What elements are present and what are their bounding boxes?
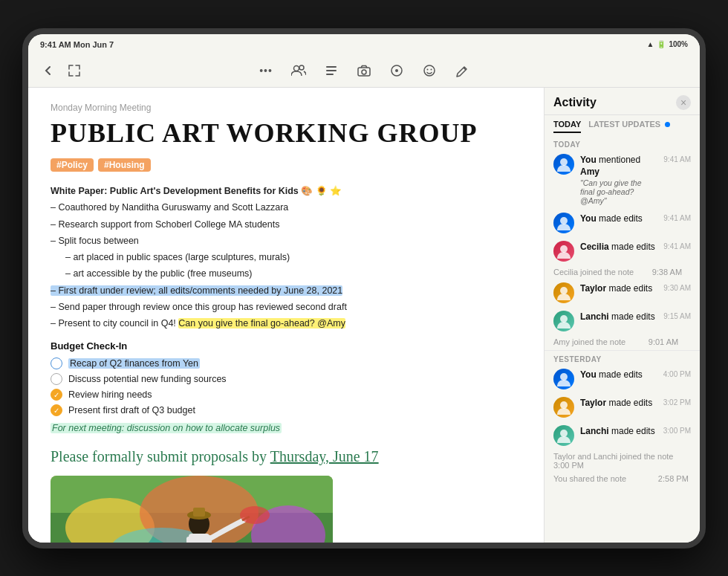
line-coauthored: – Coauthored by Nanditha Guruswamy and S… — [51, 200, 521, 216]
avatar-you-2 — [553, 213, 574, 233]
avatar-cecilia-1 — [553, 241, 574, 262]
battery-icon: 🔋 — [657, 40, 666, 48]
line-research: – Research support from Schoberl College… — [51, 217, 521, 233]
checklist-text-4: Present first draft of Q3 budget — [68, 405, 195, 415]
tab-today[interactable]: TODAY — [553, 120, 581, 133]
activity-item-lanchi-edit-y: Lanchi made edits 3:00 PM — [545, 421, 700, 450]
svg-point-28 — [240, 506, 270, 524]
checklist-text-2: Discuss potential new funding sources — [68, 374, 227, 384]
date-label-yesterday: YESTERDAY — [545, 352, 700, 365]
budget-note: For next meeting: discussion on how to a… — [51, 421, 521, 441]
note-meta: Monday Morning Meeting — [51, 103, 521, 113]
mention-text: You mentioned Amy — [580, 154, 657, 178]
avatar-you-1 — [553, 154, 574, 175]
budget-title: Budget Check-In — [51, 340, 521, 352]
note-area[interactable]: Monday Morning Meeting PUBLIC ART WORKIN… — [28, 88, 544, 543]
taylor-edit-y-time: 3:02 PM — [663, 398, 691, 407]
checklist-text-3: Review hiring needs — [68, 389, 152, 400]
camera-icon[interactable] — [354, 60, 374, 81]
cecilia-edit-text-block: Cecilia made edits — [580, 241, 657, 253]
circle-icon[interactable] — [386, 60, 407, 81]
checkbox-1[interactable] — [51, 357, 62, 369]
svg-rect-4 — [326, 74, 334, 75]
note-italic: For next meeting: discussion on how to a… — [51, 423, 282, 433]
line-first-draft: – First draft under review; all edits/co… — [51, 283, 521, 299]
you-edit-text-block: You made edits — [580, 213, 657, 224]
you-edit-time: 9:41 AM — [663, 214, 691, 222]
checklist-icon[interactable] — [321, 60, 342, 81]
checklist-text-1: Recap of Q2 finances from Yen — [68, 358, 200, 369]
handwritten-text: Please formally submit proposals by Thur… — [51, 448, 521, 465]
lanchi-edit-y-time: 3:00 PM — [663, 427, 691, 435]
activity-item-you-edit: You made edits 9:41 AM — [545, 209, 700, 237]
activity-body[interactable]: TODAY You mentioned Amy "Can you give th… — [545, 133, 700, 543]
edit-icon[interactable] — [452, 60, 472, 81]
svg-point-11 — [431, 69, 432, 71]
activity-item-taylor-edit: Taylor made edits 9:30 AM — [545, 279, 700, 307]
ellipsis-button[interactable]: ••• — [256, 60, 276, 81]
compress-button[interactable] — [64, 60, 85, 81]
handwritten-underline: Thursday, June 17 — [270, 448, 379, 465]
device-frame: 9:41 AM Mon Jun 7 ▲ 🔋 100% ••• — [22, 28, 706, 549]
avatar-lanchi-2 — [553, 425, 574, 446]
mention-text-block: You mentioned Amy "Can you give the fina… — [580, 154, 657, 205]
emoji-icon[interactable] — [419, 60, 440, 81]
avatar-taylor-2 — [553, 397, 574, 418]
screen: 9:41 AM Mon Jun 7 ▲ 🔋 100% ••• — [28, 34, 700, 543]
avatar-taylor-1 — [553, 282, 574, 303]
taylor-lanchi-joined: Taylor and Lanchi joined the note 3:00 P… — [545, 450, 700, 472]
svg-point-30 — [560, 217, 568, 224]
line-present: – Present to city council in Q4! Can you… — [51, 316, 521, 331]
toolbar-center: ••• — [256, 60, 472, 81]
svg-point-35 — [560, 401, 568, 409]
highlight-first-draft: – First draft under review; all edits/co… — [51, 285, 342, 296]
svg-rect-26 — [193, 508, 205, 517]
svg-rect-3 — [326, 70, 337, 71]
date-label-today: TODAY — [545, 137, 700, 150]
svg-point-31 — [560, 245, 568, 253]
checkbox-4[interactable]: ✓ — [51, 404, 62, 416]
svg-point-6 — [362, 70, 366, 74]
note-title: PUBLIC ART WORKING GROUP — [51, 119, 521, 149]
status-time: 9:41 AM Mon Jun 7 — [40, 40, 114, 49]
tag-housing[interactable]: #Housing — [98, 158, 151, 172]
collaborate-icon[interactable] — [288, 60, 309, 81]
taylor-edit-y-text-block: Taylor made edits — [580, 397, 657, 409]
tag-policy[interactable]: #Policy — [51, 158, 94, 172]
amy-joined: Amy joined the note 9:01 AM — [545, 335, 700, 349]
status-bar: 9:41 AM Mon Jun 7 ▲ 🔋 100% — [28, 34, 700, 55]
lanchi-edit-text: Lanchi made edits — [580, 311, 657, 323]
lanchi-edit-y-text: Lanchi made edits — [580, 425, 657, 437]
white-paper-title: White Paper: Public Art's Development Be… — [51, 184, 521, 199]
checklist-item-4[interactable]: ✓ Present first draft of Q3 budget — [51, 404, 521, 416]
mural-image — [51, 476, 333, 542]
you-edit-y-text-block: You made edits — [580, 369, 657, 381]
activity-item-mention: You mentioned Amy "Can you give the fina… — [545, 150, 700, 209]
back-button[interactable] — [39, 60, 59, 81]
avatar-you-3 — [553, 369, 574, 389]
activity-panel: Activity × TODAY LATEST UPDATES TODAY — [544, 88, 700, 543]
checkbox-3[interactable]: ✓ — [51, 389, 62, 401]
svg-point-8 — [395, 69, 398, 72]
activity-header: Activity × — [545, 88, 700, 115]
cecilia-joined: Cecilia joined the note 9:38 AM — [545, 265, 700, 279]
checkbox-2[interactable] — [51, 373, 62, 385]
activity-close-button[interactable]: × — [676, 95, 691, 110]
lanchi-edit-y-text-block: Lanchi made edits — [580, 425, 657, 437]
svg-point-9 — [424, 65, 435, 76]
line-split: – Split focus between — [51, 233, 521, 249]
dots-icon: ••• — [259, 65, 273, 77]
svg-rect-21 — [186, 537, 192, 542]
checklist-item-3[interactable]: ✓ Review hiring needs — [51, 389, 521, 401]
checklist-item-2[interactable]: Discuss potential new funding sources — [51, 373, 521, 385]
mention-time: 9:41 AM — [663, 155, 691, 164]
activity-item-you-edit-y: You made edits 4:00 PM — [545, 365, 700, 393]
updates-dot — [665, 122, 670, 127]
svg-rect-2 — [326, 66, 337, 68]
svg-point-10 — [427, 69, 429, 71]
you-edit-y-time: 4:00 PM — [663, 370, 691, 378]
tab-latest-updates[interactable]: LATEST UPDATES — [588, 120, 670, 133]
section-separator — [545, 350, 700, 351]
svg-point-1 — [299, 65, 304, 70]
checklist-item-1[interactable]: Recap of Q2 finances from Yen — [51, 357, 521, 369]
